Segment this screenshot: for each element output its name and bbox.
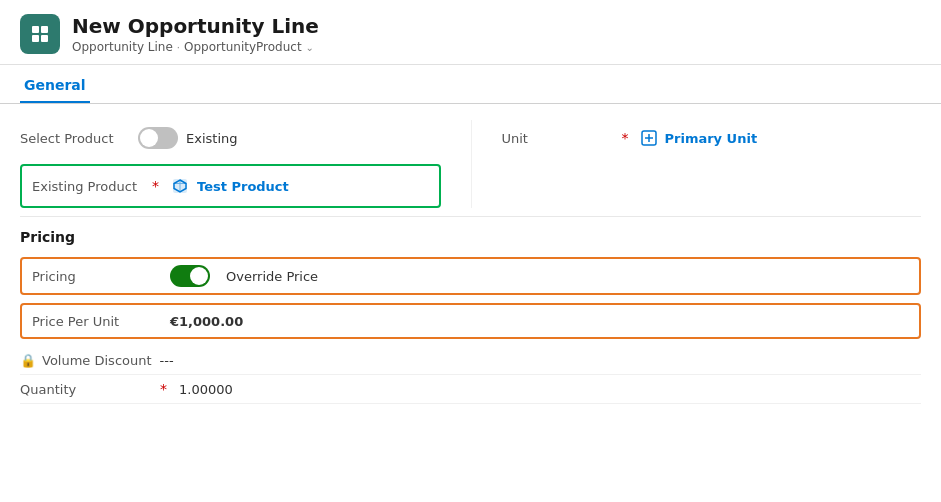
quantity-value[interactable]: 1.00000	[179, 382, 233, 397]
main-content: Select Product Existing Existing Product…	[0, 104, 941, 412]
select-product-row: Select Product Existing	[20, 120, 441, 156]
breadcrumb-item-1[interactable]: Opportunity Line	[72, 40, 173, 54]
select-product-toggle[interactable]	[138, 127, 178, 149]
header-text: New Opportunity Line Opportunity Line · …	[72, 14, 319, 54]
pricing-toggle[interactable]	[170, 265, 210, 287]
pricing-toggle-track[interactable]	[170, 265, 210, 287]
override-price-label: Override Price	[226, 269, 318, 284]
tab-general[interactable]: General	[20, 69, 90, 103]
existing-product-label: Existing Product	[32, 179, 142, 194]
breadcrumb-separator: ·	[177, 42, 180, 53]
pricing-toggle-thumb	[190, 267, 208, 285]
pricing-section-title: Pricing	[20, 229, 921, 245]
unit-icon	[641, 130, 657, 146]
breadcrumb: Opportunity Line · OpportunityProduct ⌄	[72, 40, 319, 54]
svg-rect-1	[41, 26, 48, 33]
existing-product-required: *	[152, 178, 159, 194]
general-form-grid: Select Product Existing Existing Product…	[20, 120, 921, 208]
toggle-thumb	[140, 129, 158, 147]
existing-product-box: Existing Product * Test Product	[20, 164, 441, 208]
volume-discount-value: ---	[160, 353, 174, 368]
unit-value[interactable]: Primary Unit	[665, 131, 758, 146]
price-per-unit-box: Price Per Unit €1,000.00	[20, 303, 921, 339]
unit-required: *	[622, 130, 629, 146]
svg-rect-3	[41, 35, 48, 42]
product-name-link[interactable]: Test Product	[197, 179, 289, 194]
product-icon	[171, 177, 189, 195]
breadcrumb-chevron-icon: ⌄	[306, 42, 314, 53]
volume-discount-row: 🔒 Volume Discount ---	[20, 347, 921, 375]
pricing-row-box: Pricing Override Price	[20, 257, 921, 295]
page-header: New Opportunity Line Opportunity Line · …	[0, 0, 941, 65]
tab-bar: General	[0, 69, 941, 104]
quantity-row: Quantity * 1.00000	[20, 375, 921, 404]
form-col-right: Unit * Primary Unit	[471, 120, 922, 208]
breadcrumb-item-2[interactable]: OpportunityProduct	[184, 40, 302, 54]
app-icon	[20, 14, 60, 54]
lock-icon: 🔒	[20, 353, 36, 368]
quantity-label: Quantity	[20, 382, 150, 397]
page-title: New Opportunity Line	[72, 14, 319, 38]
price-per-unit-label: Price Per Unit	[32, 314, 162, 329]
select-product-label: Select Product	[20, 131, 130, 146]
quantity-required: *	[160, 381, 167, 397]
form-col-left: Select Product Existing Existing Product…	[20, 120, 471, 208]
toggle-track[interactable]	[138, 127, 178, 149]
svg-rect-2	[32, 35, 39, 42]
unit-label: Unit	[502, 131, 612, 146]
general-section: Select Product Existing Existing Product…	[20, 104, 921, 217]
price-value[interactable]: €1,000.00	[170, 314, 243, 329]
svg-rect-0	[32, 26, 39, 33]
toggle-label: Existing	[186, 131, 238, 146]
volume-discount-label: 🔒 Volume Discount	[20, 353, 152, 368]
unit-row: Unit * Primary Unit	[502, 120, 922, 156]
pricing-section: Pricing Pricing Override Price Price Per…	[20, 217, 921, 412]
pricing-field-label: Pricing	[32, 269, 162, 284]
